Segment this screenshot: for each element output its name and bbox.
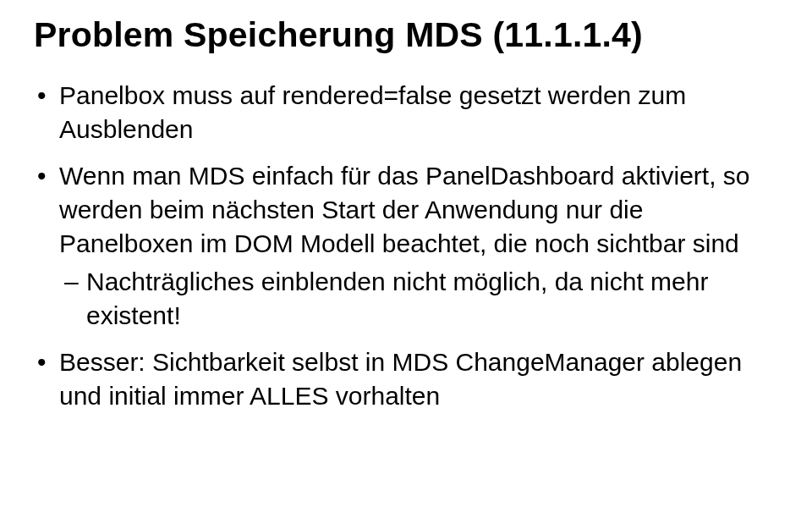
bullet-list: Panelbox muss auf rendered=false gesetzt… <box>34 79 783 412</box>
list-item-text: Wenn man MDS einfach für das PanelDashbo… <box>59 162 750 256</box>
slide-title: Problem Speicherung MDS (11.1.1.4) <box>34 15 783 55</box>
list-item: Besser: Sichtbarkeit selbst in MDS Chang… <box>34 345 783 412</box>
list-item-text: Besser: Sichtbarkeit selbst in MDS Chang… <box>59 348 742 410</box>
list-item: Wenn man MDS einfach für das PanelDashbo… <box>34 159 783 332</box>
list-item: Panelbox muss auf rendered=false gesetzt… <box>34 79 783 146</box>
slide: Problem Speicherung MDS (11.1.1.4) Panel… <box>0 0 812 524</box>
list-item-text: Nachträgliches einblenden nicht möglich,… <box>86 268 708 329</box>
list-item: Nachträgliches einblenden nicht möglich,… <box>59 265 783 332</box>
sub-bullet-list: Nachträgliches einblenden nicht möglich,… <box>59 265 783 332</box>
list-item-text: Panelbox muss auf rendered=false gesetzt… <box>59 81 686 143</box>
